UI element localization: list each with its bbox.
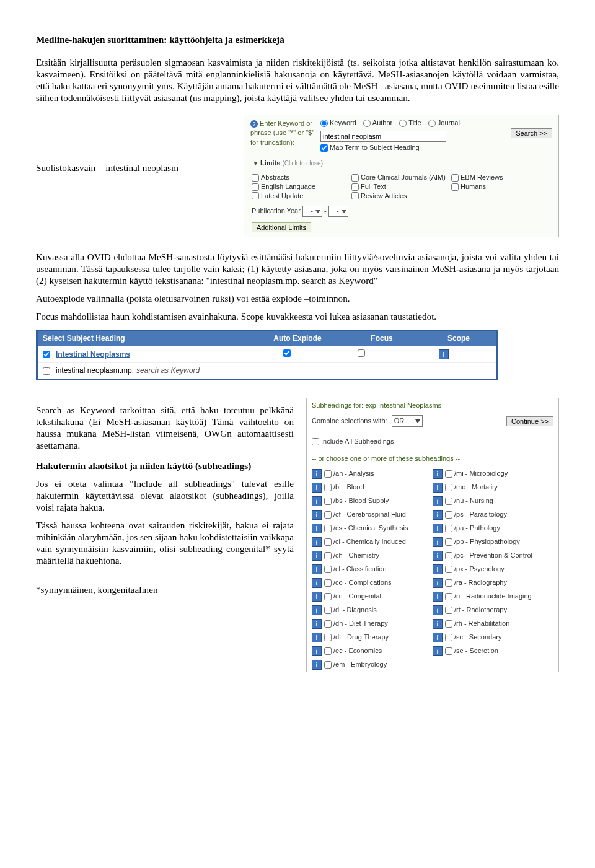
radio-author[interactable]: Author [363,119,392,128]
limit-ebm-reviews[interactable]: EBM Reviews [451,173,551,182]
info-icon[interactable]: i [312,660,322,670]
info-icon[interactable]: i [433,551,443,561]
subheading-item[interactable]: i/dt - Drug Therapy [312,631,433,644]
body-paragraph: Search as Keyword tarkoittaa sitä, että … [36,404,294,451]
page-title: Medline-hakujen suorittaminen: käyttöohj… [36,33,559,45]
subheading-item[interactable]: i/sc - Secondary [433,631,553,644]
continue-button[interactable]: Continue >> [506,416,553,426]
subheadings-hint: -- or choose one or more of these subhea… [312,451,553,467]
info-icon[interactable]: i [433,524,443,533]
info-icon[interactable]: i [312,537,322,547]
limit-core-journals[interactable]: Core Clinical Journals (AIM) [351,173,451,182]
info-icon[interactable]: i [312,564,322,574]
subheading-item[interactable]: i/mo - Mortality [433,481,553,494]
subheading-item[interactable]: i/co - Complications [312,576,433,590]
limits-header[interactable]: ▼Limits (Click to close) [250,157,552,170]
info-icon[interactable]: i [433,483,443,493]
info-icon[interactable]: i [312,469,322,479]
info-icon[interactable]: i [312,619,322,629]
subheading-item[interactable]: i/rh - Rehabilitation [433,617,553,631]
info-icon[interactable]: i [312,483,322,493]
search-input[interactable] [320,131,446,142]
map-term-checkbox[interactable]: Map Term to Subject Heading [320,144,420,152]
col-focus: Focus [343,331,421,346]
info-icon[interactable]: i [433,605,443,615]
table-row: Intestinal Neoplasms i [38,346,496,362]
subheading-item[interactable]: i/bl - Blood [312,481,433,494]
subheading-item[interactable]: i/px - Psychology [433,563,553,576]
info-icon[interactable]: i [312,496,322,506]
help-icon[interactable]: ? [250,120,258,128]
footnote: *synnynnäinen, kongenitaalinen [36,584,294,595]
info-icon[interactable]: i [433,496,443,506]
subheading-item[interactable]: i/pa - Pathology [433,522,553,535]
subheading-item[interactable]: i/an - Analysis [312,467,433,481]
additional-limits-button[interactable]: Additional Limits [252,222,311,232]
focus-checkbox[interactable] [358,349,365,357]
limit-english[interactable]: English Language [252,183,351,191]
subheading-item[interactable]: i/cs - Chemical Synthesis [312,522,433,535]
subheading-item[interactable]: i/rt - Radiotherapy [433,603,553,617]
limit-abstracts[interactable]: Abstracts [252,173,351,182]
subheading-item[interactable]: i/ch - Chemistry [312,549,433,563]
subheading-item[interactable]: i/pp - Physiopathology [433,535,553,549]
search-button[interactable]: Search >> [511,128,552,138]
info-icon[interactable]: i [433,619,443,629]
subheading-item[interactable]: i/ri - Radionuclide Imaging [433,590,553,603]
subheading-item[interactable]: i/ra - Radiography [433,576,553,590]
radio-journal[interactable]: Journal [428,119,460,128]
year-to-select[interactable]: - [328,206,348,217]
limit-full-text[interactable]: Full Text [351,183,451,191]
info-icon[interactable]: i [312,578,322,588]
body-paragraph: Etsitään kirjallisuutta peräsuolen sigma… [36,56,559,103]
subheading-item[interactable]: i/ec - Economics [312,644,433,658]
year-from-select[interactable]: - [302,206,322,217]
info-icon[interactable]: i [433,510,443,520]
subheading-item[interactable]: i/bs - Blood Supply [312,494,433,508]
info-icon[interactable]: i [439,349,449,359]
subject-link[interactable]: Intestinal Neoplasms [56,350,130,359]
info-icon[interactable]: i [433,646,443,656]
info-icon[interactable]: i [312,646,322,656]
limit-review-articles[interactable]: Review Articles [351,192,451,201]
select-row-checkbox[interactable] [43,367,50,375]
info-icon[interactable]: i [433,537,443,547]
info-icon[interactable]: i [312,592,322,602]
include-all-checkbox[interactable]: Include All Subheadings [312,435,553,451]
subheading-item[interactable]: i/nu - Nursing [433,494,553,508]
info-icon[interactable]: i [433,469,443,479]
auto-explode-checkbox[interactable] [283,349,291,357]
subheading-item[interactable]: i/dh - Diet Therapy [312,617,433,631]
limit-humans[interactable]: Humans [451,183,551,191]
subheading-item[interactable]: i/cf - Cerebrospinal Fluid [312,508,433,522]
col-scope: Scope [421,331,496,346]
subheading-item[interactable]: i/di - Diagnosis [312,603,433,617]
info-icon[interactable]: i [312,510,322,520]
chevron-down-icon: ▼ [253,160,258,167]
info-icon[interactable]: i [312,633,322,642]
subheading-item[interactable]: i/se - Secretion [433,644,553,658]
subheading-item[interactable]: i/ps - Parasitology [433,508,553,522]
info-icon[interactable]: i [433,633,443,642]
radio-title[interactable]: Title [399,119,421,128]
col-select: Select Subject Heading [38,331,252,346]
info-icon[interactable]: i [433,578,443,588]
subheading-item[interactable]: i/em - Embryology [312,658,433,672]
subheading-item[interactable]: i/cl - Classification [312,563,433,576]
subheading-item[interactable]: i/cn - Congenital [312,590,433,603]
subheading-item[interactable]: i/ci - Chemically Induced [312,535,433,549]
limit-latest-update[interactable]: Latest Update [252,192,351,201]
subheading-item[interactable]: i/mi - Microbiology [433,467,553,481]
info-icon[interactable]: i [312,551,322,561]
info-icon[interactable]: i [433,592,443,602]
radio-keyword[interactable]: Keyword [320,119,356,128]
body-paragraph: Autoexplode valinnalla (poista oletusarv… [36,292,559,304]
info-icon[interactable]: i [433,564,443,574]
subheading-item[interactable]: i/pc - Prevention & Control [433,549,553,563]
combine-select[interactable]: OR [392,415,423,427]
search-panel: ?Enter Keyword or phrase (use "*" or "$"… [244,115,559,237]
info-icon[interactable]: i [312,605,322,615]
select-row-checkbox[interactable] [43,351,50,358]
info-icon[interactable]: i [312,524,322,533]
combine-label: Combine selections with: [312,417,387,424]
